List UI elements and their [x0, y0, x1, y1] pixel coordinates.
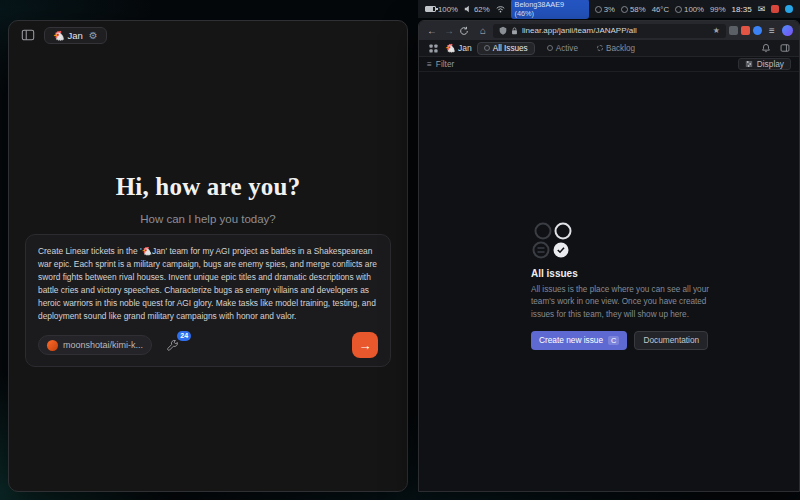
temperature-indicator[interactable]: 46°C: [652, 5, 669, 14]
linear-topbar: 🐔 Jan All Issues Active Backlog: [419, 40, 799, 57]
model-selector[interactable]: moonshotai/kimi-k...: [38, 335, 152, 355]
team-label: 🐔 Jan: [53, 30, 83, 41]
jan-app-window: 🐔 Jan ⚙ Hi, how are you? How can I help …: [8, 20, 408, 492]
back-button[interactable]: ←: [425, 24, 439, 38]
gear-icon: ⚙: [89, 30, 98, 41]
shield-icon: [499, 26, 507, 35]
notifications-button[interactable]: [759, 41, 773, 55]
prompt-input[interactable]: Create Linear tickets in the '🐔Jan' team…: [25, 234, 391, 367]
wifi-indicator[interactable]: [496, 5, 505, 13]
side-panel-toggle-button[interactable]: [778, 41, 792, 55]
extension-icon-red[interactable]: [741, 26, 750, 35]
sidebar-panel-icon: [21, 28, 35, 42]
temperature-label: 46°C: [652, 5, 669, 14]
extension-icon[interactable]: [729, 26, 738, 35]
disk-gauge-icon: [675, 6, 682, 13]
mail-icon[interactable]: ✉: [758, 4, 766, 14]
volume-label: 62%: [474, 5, 490, 14]
forward-button[interactable]: →: [442, 24, 456, 38]
volume-indicator[interactable]: 62%: [464, 5, 490, 14]
tools-button[interactable]: 24: [166, 337, 182, 353]
issues-illustration: [531, 222, 577, 260]
display-button[interactable]: Display: [738, 58, 791, 70]
speaker-icon: [464, 5, 472, 13]
create-new-issue-label: Create new issue: [539, 335, 603, 345]
linear-team-label: 🐔 Jan: [445, 43, 472, 53]
prompt-text: Create Linear tickets in the '🐔Jan' team…: [38, 245, 378, 323]
active-tab-icon: [547, 45, 553, 51]
documentation-button[interactable]: Documentation: [634, 331, 708, 350]
tab-label: All Issues: [493, 44, 528, 53]
refresh-icon: [459, 26, 469, 36]
all-issues-tab-icon: [484, 45, 490, 51]
filter-label: Filter: [436, 59, 454, 69]
battery-icon: [425, 6, 436, 12]
browser-window: ← → ⌂ linear.app/janii/team/JANAPP/all: [418, 20, 800, 492]
apps-grid-icon: [429, 44, 438, 53]
empty-state: All issues All issues is the place where…: [531, 222, 721, 350]
disk-label: 100%: [684, 5, 704, 14]
address-bar[interactable]: linear.app/janii/team/JANAPP/all ★: [493, 24, 726, 38]
memory-gauge-icon: [621, 6, 628, 13]
send-arrow-icon: →: [359, 338, 372, 353]
url-text: linear.app/janii/team/JANAPP/all: [522, 26, 709, 35]
cpu-gauge-icon: [595, 6, 602, 13]
side-panel-icon: [780, 43, 790, 53]
tab-all-issues[interactable]: All Issues: [477, 42, 535, 55]
tab-label: Active: [556, 44, 578, 53]
empty-state-title: All issues: [531, 268, 721, 279]
wrench-icon: [166, 339, 179, 352]
misc-indicator[interactable]: 99%: [710, 5, 726, 14]
bell-icon: [761, 43, 771, 53]
greeting-heading: Hi, how are you?: [9, 173, 407, 201]
clock[interactable]: 18:35: [732, 5, 752, 14]
tray-app-icon-red[interactable]: [771, 5, 779, 13]
linear-filterbar: ≡ Filter Display: [419, 57, 799, 72]
model-provider-icon: [47, 340, 58, 351]
create-new-issue-button[interactable]: Create new issue C: [531, 331, 627, 350]
empty-state-actions: Create new issue C Documentation: [531, 331, 721, 350]
network-badge[interactable]: Belong38AAE9 (46%): [511, 0, 589, 19]
refresh-button[interactable]: [459, 24, 473, 38]
backlog-tab-icon: [597, 45, 603, 51]
linear-main: All issues All issues is the place where…: [419, 72, 799, 491]
desktop: 🐔 Jan ⚙ Hi, how are you? How can I help …: [0, 0, 800, 500]
bookmark-star-icon[interactable]: ★: [713, 26, 720, 35]
shortcut-badge: C: [608, 336, 619, 345]
browser-toolbar: ← → ⌂ linear.app/janii/team/JANAPP/all: [419, 21, 799, 40]
system-tray-bar: 100% 62% Belong38AAE9 (46%) 3% 58% 46°C: [418, 0, 800, 18]
filter-button[interactable]: ≡ Filter: [427, 59, 454, 69]
wifi-icon: [496, 5, 505, 13]
tools-count-badge: 24: [177, 331, 191, 341]
disk-indicator[interactable]: 100%: [675, 5, 704, 14]
tray-app-icon-blue[interactable]: [785, 5, 793, 13]
memory-label: 58%: [630, 5, 646, 14]
battery-indicator[interactable]: 100%: [425, 5, 458, 14]
tab-active[interactable]: Active: [540, 42, 585, 55]
apps-grid-button[interactable]: [426, 41, 440, 55]
tab-backlog[interactable]: Backlog: [590, 42, 642, 55]
sidebar-toggle-button[interactable]: [19, 26, 37, 44]
empty-state-description: All issues is the place where you can se…: [531, 284, 721, 321]
misc-label: 99%: [710, 5, 726, 14]
cpu-label: 3%: [604, 5, 615, 14]
lock-icon: [511, 27, 518, 35]
battery-label: 100%: [438, 5, 458, 14]
menu-button[interactable]: ≡: [765, 24, 779, 38]
jan-titlebar: 🐔 Jan ⚙: [9, 21, 407, 49]
model-label: moonshotai/kimi-k...: [63, 340, 143, 350]
memory-indicator[interactable]: 58%: [621, 5, 646, 14]
display-sliders-icon: [745, 60, 753, 68]
profile-avatar[interactable]: [782, 25, 793, 36]
cpu-indicator[interactable]: 3%: [595, 5, 615, 14]
send-button[interactable]: →: [352, 332, 378, 358]
home-button[interactable]: ⌂: [476, 24, 490, 38]
team-selector[interactable]: 🐔 Jan ⚙: [44, 27, 107, 44]
display-label: Display: [757, 59, 784, 69]
extension-icon-blue[interactable]: [753, 26, 762, 35]
tab-label: Backlog: [606, 44, 635, 53]
filter-icon: ≡: [427, 59, 432, 69]
prompt-toolbar: moonshotai/kimi-k... 24 →: [38, 332, 378, 358]
greeting-subtitle: How can I help you today?: [9, 213, 407, 225]
